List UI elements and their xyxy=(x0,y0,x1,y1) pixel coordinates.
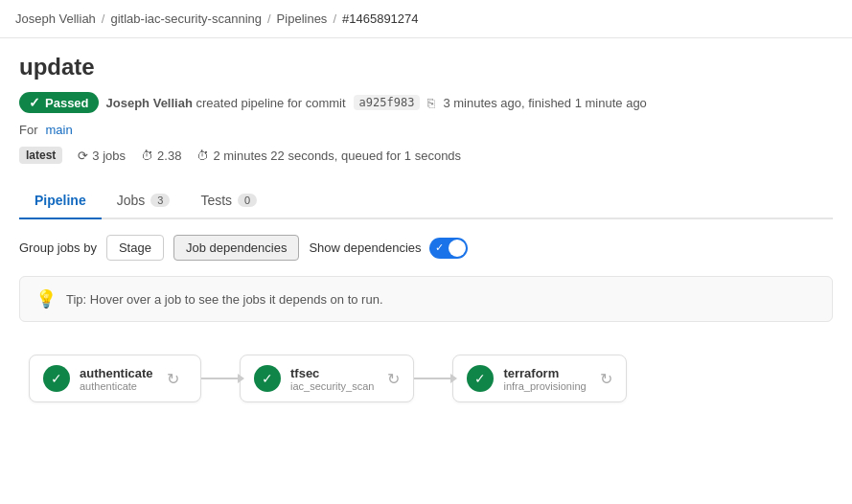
jobs-count-badge: 3 xyxy=(150,194,170,207)
page-title: update xyxy=(19,54,833,80)
job-status-icon-authenticate: ✓ xyxy=(43,365,70,392)
duration-icon: ⏱ xyxy=(196,149,209,163)
breadcrumb-sep-2: / xyxy=(267,11,271,26)
breadcrumb-sep-1: / xyxy=(102,11,105,26)
tests-count-badge: 0 xyxy=(238,194,257,207)
check-icon: ✓ xyxy=(262,371,273,386)
toggle-knob xyxy=(449,240,466,257)
duration-stat: ⏱ 2 minutes 22 seconds, queued for 1 sec… xyxy=(196,149,461,163)
check-icon: ✓ xyxy=(51,371,62,386)
job-stage-terraform: infra_provisioning xyxy=(503,380,586,392)
job-status-icon-tfsec: ✓ xyxy=(254,365,281,392)
tip-text: Tip: Hover over a job to see the jobs it… xyxy=(66,292,383,307)
breadcrumb-user[interactable]: Joseph Velliah xyxy=(15,11,96,26)
job-node-authenticate[interactable]: ✓ authenticate authenticate ↻ xyxy=(29,355,201,402)
status-badge: ✓ Passed xyxy=(19,92,99,113)
copy-icon[interactable]: ⎘ xyxy=(427,96,435,110)
retry-button-authenticate[interactable]: ↻ xyxy=(167,370,179,388)
show-dependencies-toggle[interactable]: ✓ xyxy=(429,238,468,259)
latest-badge: latest xyxy=(19,147,62,164)
job-name-tfsec: tfsec xyxy=(290,366,374,380)
toggle-check-icon: ✓ xyxy=(435,241,444,254)
retry-button-tfsec[interactable]: ↻ xyxy=(387,370,400,388)
version-stat: ⏱ 2.38 xyxy=(141,149,181,163)
breadcrumb-sep-3: / xyxy=(333,11,336,26)
branch-link[interactable]: main xyxy=(46,123,73,137)
retry-button-terraform[interactable]: ↻ xyxy=(600,370,612,388)
job-node-tfsec[interactable]: ✓ tfsec iac_security_scan ↻ xyxy=(240,355,414,402)
jobs-icon: ⟳ xyxy=(78,149,88,163)
tab-pipeline[interactable]: Pipeline xyxy=(19,183,102,219)
stage-button[interactable]: Stage xyxy=(106,235,164,261)
group-jobs-label: Group jobs by xyxy=(19,241,97,255)
show-dependencies-label: Show dependencies xyxy=(309,241,421,255)
arrow-1 xyxy=(201,378,240,379)
breadcrumb-repo[interactable]: gitlab-iac-security-scanning xyxy=(110,11,262,26)
job-name-authenticate: authenticate xyxy=(80,366,153,380)
job-node-terraform[interactable]: ✓ terraform infra_provisioning ↻ xyxy=(452,355,626,402)
job-stage-authenticate: authenticate xyxy=(80,380,153,392)
breadcrumb-pipelines[interactable]: Pipelines xyxy=(277,11,328,26)
breadcrumb: Joseph Velliah / gitlab-iac-security-sca… xyxy=(0,0,852,38)
version-icon: ⏱ xyxy=(141,149,153,163)
meta-author: Joseph Velliah created pipeline for comm… xyxy=(106,96,346,110)
pipeline-graph: ✓ authenticate authenticate ↻ ✓ tfsec ia… xyxy=(19,345,833,431)
arrow-2 xyxy=(414,378,452,379)
job-status-icon-terraform: ✓ xyxy=(467,365,494,392)
job-name-terraform: terraform xyxy=(503,366,586,380)
tabs-bar: Pipeline Jobs 3 Tests 0 xyxy=(19,183,833,219)
breadcrumb-pipeline-id: #1465891274 xyxy=(342,11,419,26)
tab-tests[interactable]: Tests 0 xyxy=(185,183,272,219)
bulb-icon: 💡 xyxy=(35,288,57,309)
pipeline-time: 3 minutes ago, finished 1 minute ago xyxy=(443,96,646,110)
check-circle-icon: ✓ xyxy=(29,95,40,110)
tip-box: 💡 Tip: Hover over a job to see the jobs … xyxy=(19,276,833,322)
tab-jobs[interactable]: Jobs 3 xyxy=(102,183,186,219)
jobs-stat: ⟳ 3 jobs xyxy=(78,149,126,163)
check-icon: ✓ xyxy=(474,371,486,386)
job-stage-tfsec: iac_security_scan xyxy=(290,380,374,392)
job-dependencies-button[interactable]: Job dependencies xyxy=(173,235,300,261)
commit-hash: a925f983 xyxy=(354,95,421,110)
for-label: For xyxy=(19,123,38,137)
